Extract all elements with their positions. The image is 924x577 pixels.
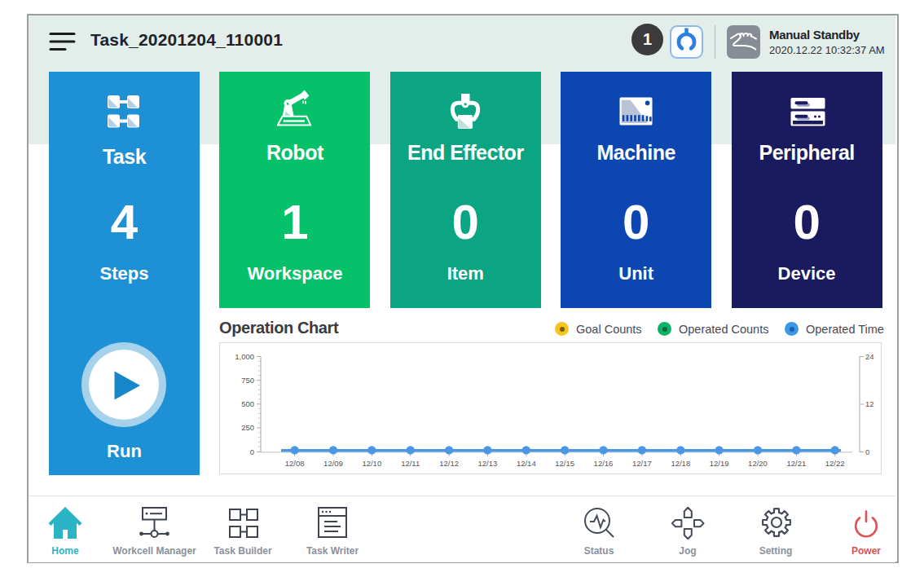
svg-text:12/17: 12/17 — [632, 459, 652, 468]
svg-text:12/18: 12/18 — [671, 459, 690, 468]
svg-text:12/12: 12/12 — [439, 459, 459, 468]
svg-text:750: 750 — [241, 376, 254, 385]
svg-text:500: 500 — [241, 399, 254, 408]
svg-text:12/11: 12/11 — [401, 459, 420, 468]
svg-text:12/15: 12/15 — [555, 459, 574, 468]
svg-text:12/20: 12/20 — [748, 459, 768, 468]
svg-text:12/21: 12/21 — [787, 459, 807, 468]
svg-text:12/13: 12/13 — [478, 459, 498, 468]
svg-text:12/22: 12/22 — [825, 459, 845, 468]
svg-text:1,000: 1,000 — [235, 352, 254, 361]
svg-text:12/08: 12/08 — [285, 459, 305, 468]
svg-text:0: 0 — [250, 447, 254, 456]
svg-text:24: 24 — [865, 352, 874, 361]
svg-text:12/14: 12/14 — [517, 459, 536, 468]
svg-text:12/09: 12/09 — [323, 459, 343, 468]
svg-text:12/19: 12/19 — [710, 459, 729, 468]
svg-text:12/16: 12/16 — [594, 459, 614, 468]
svg-text:250: 250 — [241, 423, 254, 432]
svg-text:12/10: 12/10 — [362, 459, 381, 468]
svg-text:0: 0 — [865, 447, 869, 456]
svg-text:12: 12 — [865, 399, 874, 408]
